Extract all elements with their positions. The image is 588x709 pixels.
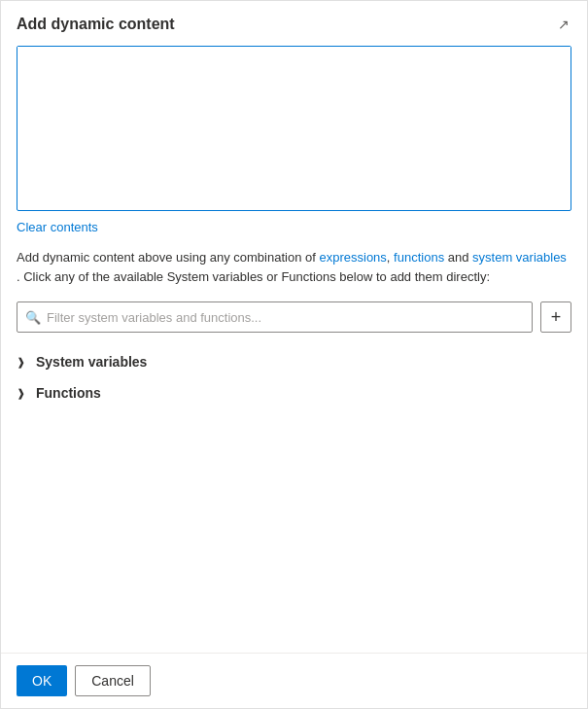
description-comma: , bbox=[387, 250, 394, 265]
expressions-link[interactable]: expressions bbox=[319, 250, 386, 265]
functions-accordion: ❱ Functions bbox=[17, 379, 571, 407]
search-icon: 🔍 bbox=[25, 310, 41, 325]
clear-contents-link[interactable]: Clear contents bbox=[17, 220, 98, 234]
description-prefix: Add dynamic content above using any comb… bbox=[17, 250, 319, 265]
cancel-button[interactable]: Cancel bbox=[75, 665, 151, 696]
functions-header[interactable]: ❱ Functions bbox=[17, 379, 571, 407]
system-variables-link[interactable]: system variables bbox=[472, 250, 567, 265]
dialog-footer: OK Cancel bbox=[1, 653, 587, 708]
dialog-body: Clear contents Add dynamic content above… bbox=[1, 46, 587, 653]
dialog-header: Add dynamic content ↗ bbox=[1, 1, 587, 46]
ok-button[interactable]: OK bbox=[17, 665, 67, 696]
system-variables-header[interactable]: ❱ System variables bbox=[17, 348, 571, 375]
description-middle: and bbox=[444, 250, 472, 265]
filter-row: 🔍 + bbox=[17, 301, 571, 333]
functions-chevron-icon: ❱ bbox=[17, 387, 28, 400]
description-text: Add dynamic content above using any comb… bbox=[17, 248, 571, 286]
system-variables-chevron-icon: ❱ bbox=[17, 356, 28, 369]
content-editor-wrapper bbox=[17, 46, 571, 211]
content-textarea[interactable] bbox=[17, 47, 571, 207]
functions-link[interactable]: functions bbox=[394, 250, 444, 265]
filter-input[interactable] bbox=[47, 310, 524, 325]
description-suffix: . Click any of the available System vari… bbox=[17, 269, 490, 284]
functions-label: Functions bbox=[36, 385, 101, 401]
filter-input-wrapper: 🔍 bbox=[17, 301, 533, 333]
system-variables-accordion: ❱ System variables bbox=[17, 348, 571, 375]
system-variables-label: System variables bbox=[36, 354, 147, 370]
expand-icon[interactable]: ↗ bbox=[556, 15, 571, 34]
add-button[interactable]: + bbox=[540, 301, 571, 333]
dialog-title: Add dynamic content bbox=[17, 16, 175, 33]
